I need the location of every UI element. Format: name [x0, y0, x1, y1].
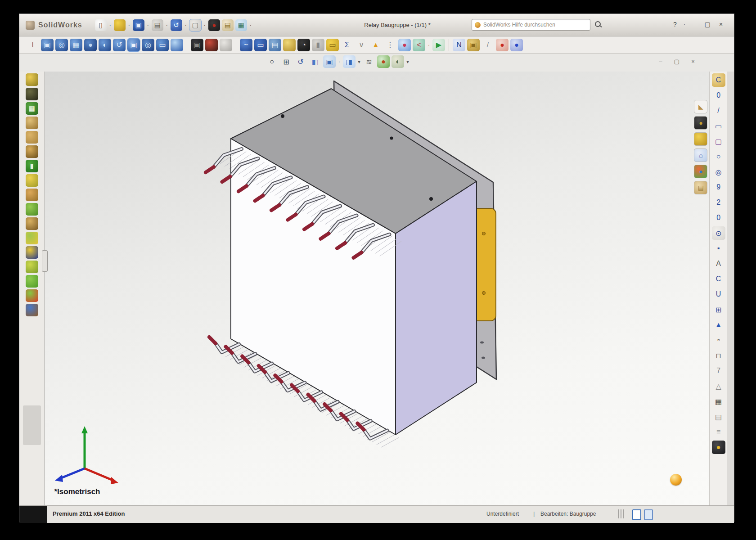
dropdown-icon[interactable]: · — [338, 55, 341, 68]
grid-tool-icon[interactable]: ▦ — [26, 102, 38, 115]
gauge-icon[interactable]: ◔ — [297, 39, 310, 51]
measure-tool-icon[interactable]: ≡ — [712, 425, 725, 439]
resize-grip[interactable] — [618, 509, 624, 518]
deviation-check-icon[interactable]: ● — [510, 39, 523, 51]
undo-icon[interactable]: ↺ — [171, 19, 182, 31]
exit-sketch-icon[interactable]: C — [712, 73, 725, 87]
perimeter-circle-tool-icon[interactable]: ◎ — [712, 165, 725, 179]
mate-icon[interactable]: ◎ — [55, 39, 68, 51]
linear-sketch-pattern-icon[interactable]: ▦ — [712, 395, 725, 408]
line-tool-icon[interactable]: / — [712, 104, 725, 117]
appearances-tab-icon[interactable]: ● — [694, 165, 707, 178]
construction-geometry-icon[interactable]: ▫ — [712, 333, 725, 347]
rectangle-tool-icon[interactable]: ▭ — [712, 119, 725, 133]
convert-entities-icon[interactable]: △ — [712, 379, 725, 393]
curve-tool-icon[interactable]: ~ — [240, 39, 252, 51]
resources-tab-icon[interactable]: ◣ — [694, 100, 707, 113]
blob-tool-icon[interactable] — [26, 189, 38, 201]
window-select-icon[interactable]: ▦ — [235, 19, 247, 31]
document-state-icon-2[interactable] — [644, 509, 653, 520]
sphere-tool-icon[interactable] — [26, 73, 38, 86]
minimize-icon[interactable]: – — [688, 18, 700, 30]
oval-tool-icon[interactable] — [26, 145, 38, 158]
ellipse-tool-icon[interactable]: 0 — [712, 89, 725, 102]
sketch-picture-icon[interactable]: ▤ — [712, 410, 725, 423]
point-tool-icon[interactable]: ▪ — [712, 242, 725, 255]
smart-dimension-icon[interactable]: ⊙ — [712, 226, 725, 240]
target-tool-icon[interactable] — [26, 289, 38, 302]
trim-entities-icon[interactable]: 7 — [712, 364, 725, 378]
detail-dots-icon[interactable]: ⋮ — [384, 39, 396, 51]
texture-tool-icon[interactable] — [26, 117, 38, 129]
insert-component-icon[interactable]: ▣ — [41, 39, 54, 51]
dropdown-icon[interactable]: · — [683, 18, 686, 30]
bird-tool-icon[interactable] — [26, 174, 38, 187]
slash-tool-icon[interactable]: / — [482, 39, 494, 51]
new-document-icon[interactable]: ▯ — [95, 19, 107, 31]
assembly-features-icon[interactable]: ◎ — [142, 39, 154, 51]
reference-geometry-icon[interactable]: ▭ — [156, 39, 169, 51]
spline-tool-icon[interactable]: 2 — [712, 196, 725, 209]
leaf-tool-icon[interactable] — [26, 88, 38, 100]
circle-tool-icon[interactable]: ○ — [712, 150, 725, 163]
grid-system-icon[interactable]: ⊞ — [712, 303, 725, 316]
rollback-arrow-icon[interactable]: < — [413, 39, 425, 51]
section-view-icon[interactable]: ◧ — [309, 55, 321, 68]
dropdown-icon[interactable]: · — [184, 19, 188, 31]
options-icon[interactable]: ▤ — [222, 19, 234, 31]
scene-icon[interactable]: ◐ — [392, 55, 404, 68]
smart-fasteners-icon[interactable]: ● — [84, 39, 97, 51]
interference-check-icon[interactable]: ● — [496, 39, 508, 51]
arrow-tool-icon[interactable] — [26, 217, 38, 230]
display-settings-icon[interactable]: ▤ — [269, 39, 281, 51]
view-palette-tab-icon[interactable]: ⌂ — [694, 148, 707, 162]
motion-study-icon[interactable]: N — [453, 39, 465, 51]
mirror-entities-icon[interactable]: ⊓ — [712, 349, 725, 362]
pushpin-icon[interactable]: ⊥ — [27, 39, 39, 51]
open-document-icon[interactable] — [114, 19, 126, 31]
oval-green-tool-icon[interactable] — [26, 275, 38, 288]
battery-tool-icon[interactable]: ▮ — [26, 160, 38, 172]
show-hidden-components-icon[interactable]: ▣ — [127, 39, 140, 51]
move-tool-icon[interactable] — [220, 39, 232, 51]
file-explorer-tab-icon[interactable] — [694, 132, 707, 146]
offset-entities-icon[interactable]: U — [712, 288, 725, 301]
edit-component-icon[interactable]: ▣ — [191, 39, 203, 51]
search-input[interactable]: SolidWorks Hilfe durchsuchen — [472, 19, 590, 31]
custom-properties-tab-icon[interactable]: ▤ — [694, 181, 707, 194]
doc-close-icon[interactable]: × — [688, 56, 698, 66]
edit-appearance-icon[interactable]: ● — [377, 55, 390, 68]
panel-splitter-handle[interactable] — [42, 250, 48, 272]
viewport-canvas[interactable]: *Isometrisch ◣●⌂●▤ — [45, 72, 709, 505]
note-card-icon[interactable]: ▭ — [326, 39, 339, 51]
dropdown-icon[interactable]: · — [146, 19, 150, 31]
close-icon[interactable]: × — [715, 18, 727, 30]
zoom-to-area-icon[interactable]: ⊞ — [280, 55, 292, 68]
component-pattern-icon[interactable]: ▦ — [70, 39, 82, 51]
rebuild-icon[interactable]: ● — [208, 19, 220, 31]
partial-ellipse-tool-icon[interactable]: 0 — [712, 211, 725, 225]
text-tool-icon[interactable]: A — [712, 257, 725, 270]
equations-icon[interactable]: Σ — [341, 39, 353, 51]
doc-minimize-icon[interactable]: – — [656, 56, 666, 66]
quick-tips-help-icon[interactable] — [670, 474, 682, 486]
print-document-icon[interactable]: ▤ — [152, 19, 163, 31]
bom-card-icon[interactable] — [283, 39, 296, 51]
select-icon[interactable]: ▢ — [189, 19, 201, 31]
help-icon[interactable]: ? — [669, 18, 681, 30]
toolbox-cube-icon[interactable]: ▣ — [467, 39, 480, 51]
flag-tool-icon[interactable]: ▶ — [432, 39, 445, 51]
maximize-icon[interactable]: ▢ — [702, 18, 713, 30]
polygon-tool-icon[interactable]: ▲ — [712, 318, 725, 332]
warning-triangle-icon[interactable]: ▲ — [369, 39, 382, 51]
three-point-arc-tool-icon[interactable]: C — [712, 272, 725, 286]
display-style-icon[interactable]: ◨ — [343, 55, 356, 68]
rotate-component-icon[interactable]: ↺ — [113, 39, 126, 51]
dropdown-icon[interactable]: · — [427, 39, 431, 51]
dropdown-icon[interactable]: · — [108, 19, 112, 31]
window-tool-icon[interactable]: ▭ — [254, 39, 267, 51]
gem-tool-icon[interactable] — [26, 203, 38, 216]
cylinder-tool-icon[interactable]: ▮ — [312, 39, 324, 51]
design-library-tab-icon[interactable]: ● — [694, 116, 707, 130]
check-tool-icon[interactable]: ∨ — [355, 39, 368, 51]
